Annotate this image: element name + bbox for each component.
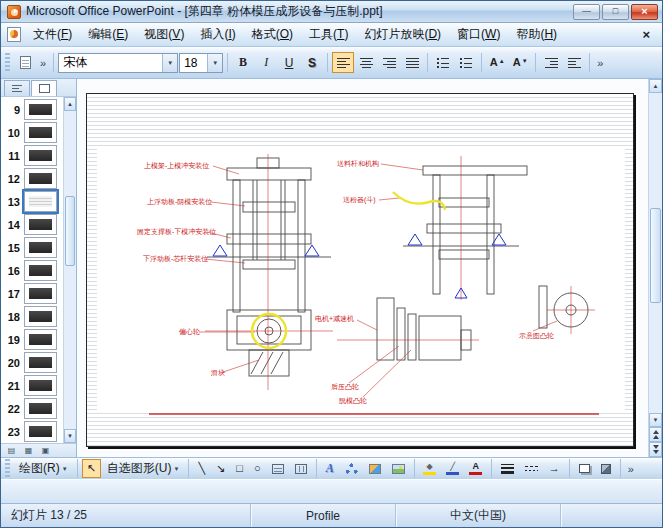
- oval-tool-button[interactable]: ○: [249, 459, 266, 478]
- slide-thumbnail-13[interactable]: 13: [1, 190, 63, 213]
- toolbar-options-chevron[interactable]: »: [594, 57, 606, 69]
- scroll-up-icon[interactable]: ▲: [64, 97, 76, 111]
- shadow-style-button[interactable]: [574, 459, 595, 478]
- autoshapes-menu-button[interactable]: 自选图形(U) ▼: [102, 459, 185, 478]
- slide-thumbnail-23[interactable]: 23: [1, 420, 63, 443]
- vertical-textbox-tool-button[interactable]: [290, 459, 312, 478]
- slide-thumbnail-20[interactable]: 20: [1, 351, 63, 374]
- slide-thumbnail-image[interactable]: [24, 398, 57, 419]
- menu-item-help[interactable]: 帮助(H): [508, 24, 565, 45]
- slide-thumbnail-image[interactable]: [24, 306, 57, 327]
- thumbnails-scroll-thumb[interactable]: [65, 196, 75, 266]
- chevron-down-icon[interactable]: ▼: [162, 54, 177, 72]
- justify-button[interactable]: [401, 52, 423, 73]
- language-status[interactable]: 中文(中国): [396, 504, 561, 527]
- slide-thumbnail-image[interactable]: [24, 122, 57, 143]
- align-center-button[interactable]: [355, 52, 377, 73]
- menu-item-slideshow[interactable]: 幻灯片放映(D): [356, 24, 449, 45]
- line-color-button[interactable]: ╱: [442, 459, 464, 478]
- toolbar-grip[interactable]: [5, 459, 10, 479]
- arrow-tool-button[interactable]: ↘: [211, 459, 230, 478]
- slide-canvas[interactable]: 上模架-上模冲安装位上浮动板-阴模安装位固定支撑板-下模冲安装位下浮动板-芯杆安…: [86, 93, 634, 447]
- slide-thumbnail-image[interactable]: [24, 329, 57, 350]
- slide-thumbnail-image[interactable]: [24, 168, 57, 189]
- bullets-button[interactable]: [455, 52, 477, 73]
- slide-thumbnail-15[interactable]: 15: [1, 236, 63, 259]
- diagram-button[interactable]: [340, 459, 363, 478]
- slide-thumbnail-image[interactable]: [24, 283, 57, 304]
- new-slide-button[interactable]: [14, 52, 36, 73]
- slide-thumbnail-image[interactable]: [24, 145, 57, 166]
- italic-button[interactable]: I: [255, 52, 277, 73]
- thumbnails-scroll-track[interactable]: [64, 111, 76, 429]
- wordart-button[interactable]: A: [321, 459, 339, 478]
- numbering-button[interactable]: [432, 52, 454, 73]
- normal-view-button[interactable]: ▤: [4, 445, 19, 457]
- scroll-down-icon[interactable]: ▼: [64, 429, 76, 443]
- rectangle-tool-button[interactable]: □: [231, 459, 248, 478]
- slide-scroll-track[interactable]: [649, 93, 662, 413]
- clipart-button[interactable]: [364, 459, 386, 478]
- maximize-button[interactable]: □: [602, 4, 629, 20]
- increase-indent-button[interactable]: [563, 52, 585, 73]
- slide-thumbnail-22[interactable]: 22: [1, 397, 63, 420]
- close-button[interactable]: ×: [631, 4, 658, 20]
- tab-outline[interactable]: [4, 80, 30, 96]
- shadow-button[interactable]: S: [301, 52, 323, 73]
- decrease-font-button[interactable]: A▼: [509, 52, 531, 73]
- chevron-down-icon[interactable]: ▼: [207, 54, 222, 72]
- thumbnails-scrollbar[interactable]: ▲ ▼: [63, 97, 76, 443]
- menu-item-file[interactable]: 文件(F): [25, 24, 80, 45]
- 3d-style-button[interactable]: [596, 459, 616, 478]
- slide-thumbnail-9[interactable]: 9: [1, 98, 63, 121]
- font-name-select[interactable]: 宋体 ▼: [58, 53, 178, 73]
- font-color-button[interactable]: A: [465, 459, 487, 478]
- drawbar-options-chevron[interactable]: »: [625, 463, 637, 475]
- menu-item-edit[interactable]: 编辑(E): [80, 24, 136, 45]
- close-document-icon[interactable]: ×: [634, 27, 658, 42]
- slide-thumbnail-14[interactable]: 14: [1, 213, 63, 236]
- fill-color-button[interactable]: ◆: [419, 459, 441, 478]
- menu-item-format[interactable]: 格式(O): [244, 24, 301, 45]
- textbox-tool-button[interactable]: [267, 459, 289, 478]
- select-objects-button[interactable]: ↖: [82, 459, 101, 478]
- align-right-button[interactable]: [378, 52, 400, 73]
- font-size-select[interactable]: 18 ▼: [179, 53, 223, 73]
- dash-style-button[interactable]: [520, 459, 543, 478]
- slide-sorter-view-button[interactable]: ▦: [21, 445, 36, 457]
- slideshow-view-button[interactable]: ▣: [38, 445, 53, 457]
- slide-thumbnail-16[interactable]: 16: [1, 259, 63, 282]
- increase-font-button[interactable]: A▲: [486, 52, 508, 73]
- previous-slide-button[interactable]: [649, 427, 662, 442]
- bold-button[interactable]: B: [232, 52, 254, 73]
- slide-thumbnail-19[interactable]: 19: [1, 328, 63, 351]
- draw-menu-button[interactable]: 绘图(R) ▼: [14, 459, 73, 478]
- slide-thumbnail-image[interactable]: [24, 214, 57, 235]
- menu-item-view[interactable]: 视图(V): [136, 24, 192, 45]
- menu-item-window[interactable]: 窗口(W): [449, 24, 508, 45]
- design-template-status[interactable]: Profile: [251, 504, 396, 527]
- slide-thumbnail-11[interactable]: 11: [1, 144, 63, 167]
- slide-thumbnail-21[interactable]: 21: [1, 374, 63, 397]
- decrease-indent-button[interactable]: [540, 52, 562, 73]
- slide-thumbnail-image[interactable]: [24, 260, 57, 281]
- scroll-up-icon[interactable]: ▲: [649, 79, 662, 93]
- scroll-down-icon[interactable]: ▼: [649, 413, 662, 427]
- slide-thumbnail-image[interactable]: [24, 99, 57, 120]
- insert-picture-button[interactable]: [387, 459, 410, 478]
- slide-thumbnail-18[interactable]: 18: [1, 305, 63, 328]
- line-tool-button[interactable]: ╲: [193, 459, 210, 478]
- slide-thumbnail-12[interactable]: 12: [1, 167, 63, 190]
- underline-button[interactable]: U: [278, 52, 300, 73]
- slide-scrollbar[interactable]: ▲ ▼: [648, 79, 662, 457]
- next-slide-button[interactable]: [649, 442, 662, 457]
- menu-item-tools[interactable]: 工具(T): [301, 24, 356, 45]
- slide-thumbnail-image[interactable]: [24, 191, 57, 212]
- slide-thumbnail-10[interactable]: 10: [1, 121, 63, 144]
- menu-item-insert[interactable]: 插入(I): [192, 24, 243, 45]
- minimize-button[interactable]: —: [573, 4, 600, 20]
- toolbar-grip[interactable]: [5, 53, 10, 73]
- tab-slides[interactable]: [31, 80, 57, 96]
- slide-thumbnail-image[interactable]: [24, 375, 57, 396]
- slide-thumbnail-image[interactable]: [24, 237, 57, 258]
